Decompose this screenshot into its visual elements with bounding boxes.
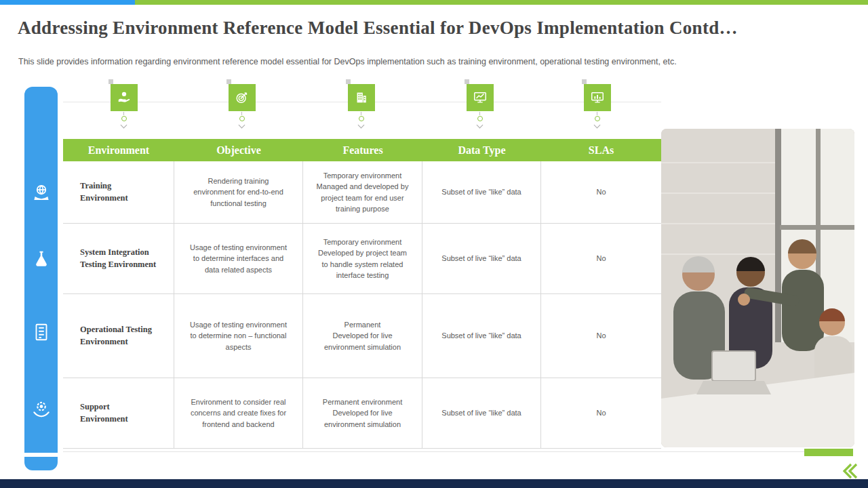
- marker-square: [465, 79, 469, 84]
- marker-square: [108, 79, 113, 84]
- cell-environment: Training Environment: [63, 161, 174, 223]
- column-header-slas: SLAs: [541, 139, 661, 161]
- top-accent-green-strip: [135, 0, 868, 5]
- cell-slas: No: [541, 378, 661, 448]
- cell-features: Temporary environment Managed and develo…: [303, 161, 422, 223]
- marker-square: [226, 79, 231, 84]
- hand-globe-icon: [24, 183, 58, 203]
- marker-square: [346, 79, 351, 84]
- chevron-down-icon: [239, 122, 245, 129]
- table-row: Support Environment Environment to consi…: [63, 378, 661, 449]
- column-marker-environment: [111, 80, 138, 129]
- top-accent-blue-strip: [0, 0, 135, 5]
- sidebar-accent-bar: [24, 87, 58, 470]
- bottom-navy-bar: [0, 479, 868, 488]
- cell-slas: No: [541, 161, 661, 223]
- marker-ring: [121, 116, 127, 121]
- page-subtitle: This slide provides information regardin…: [18, 57, 677, 66]
- hand-coin-icon: [111, 84, 138, 111]
- table-row: Operational Testing Environment Usage of…: [63, 294, 661, 378]
- marker-ring: [595, 116, 600, 121]
- monitor-bar-chart-icon: [584, 84, 611, 111]
- sidebar-divider: [24, 453, 58, 457]
- column-header-objective: Objective: [174, 139, 303, 161]
- marker-ring: [477, 116, 483, 121]
- cell-features: Temporary environment Developed by proje…: [303, 224, 422, 293]
- chevron-down-icon: [358, 122, 365, 129]
- slide: Addressing Environment Reference Model E…: [0, 0, 868, 488]
- hands-gear-icon: [24, 399, 58, 420]
- building-chart-icon: [348, 84, 375, 111]
- marker-ring: [359, 116, 364, 121]
- cell-objective: Rendering training environment for end-t…: [174, 161, 303, 223]
- marker-stem: [597, 112, 597, 115]
- team-collaboration-photo: [661, 129, 854, 447]
- cell-features: Permanent Developed for live environment…: [303, 294, 422, 378]
- cell-environment: Operational Testing Environment: [63, 294, 174, 378]
- column-marker-features: [348, 80, 375, 129]
- cell-environment: Support Environment: [63, 378, 174, 448]
- marker-stem: [123, 112, 124, 115]
- marker-square: [582, 79, 587, 84]
- column-marker-slas: [584, 80, 611, 129]
- column-header-features: Features: [303, 139, 422, 161]
- page-title: Addressing Environment Reference Model E…: [18, 18, 738, 39]
- table-bottom-rule: [63, 451, 804, 452]
- cell-slas: No: [541, 224, 661, 293]
- checklist-icon: [24, 322, 58, 342]
- marker-ring: [239, 116, 245, 121]
- cell-data-type: Subset of live “like” data: [422, 294, 541, 378]
- column-marker-data-type: [467, 80, 494, 129]
- monitor-line-chart-icon: [467, 84, 494, 111]
- cell-features: Permanent environment Developed for live…: [303, 378, 422, 448]
- target-arrow-icon: [229, 84, 256, 111]
- marker-stem: [361, 112, 361, 115]
- table-body: Training Environment Rendering training …: [63, 161, 661, 449]
- chevron-down-icon: [121, 122, 127, 129]
- double-chevron-left-icon: [841, 462, 859, 480]
- cell-objective: Environment to consider real concerns an…: [174, 378, 303, 448]
- cell-environment: System Integration Testing Environment: [63, 224, 174, 293]
- cell-slas: No: [541, 294, 661, 378]
- progress-accent-bar: [804, 449, 853, 456]
- marker-stem: [241, 112, 242, 115]
- cell-data-type: Subset of live “like” data: [422, 224, 541, 293]
- table-row: System Integration Testing Environment U…: [63, 224, 661, 294]
- flask-icon: [24, 249, 58, 269]
- column-marker-objective: [229, 80, 256, 129]
- table-row: Training Environment Rendering training …: [63, 161, 661, 224]
- cell-objective: Usage of testing environment to determin…: [174, 294, 303, 378]
- marker-stem: [479, 112, 480, 115]
- cell-data-type: Subset of live “like” data: [422, 161, 541, 223]
- table-header: Environment Objective Features Data Type…: [63, 139, 661, 161]
- cell-objective: Usage of testing environment to determin…: [174, 224, 303, 293]
- chevron-down-icon: [477, 122, 484, 129]
- chevron-down-icon: [594, 122, 601, 129]
- column-header-environment: Environment: [63, 139, 174, 161]
- column-header-data-type: Data Type: [422, 139, 541, 161]
- cell-data-type: Subset of live “like” data: [422, 378, 541, 448]
